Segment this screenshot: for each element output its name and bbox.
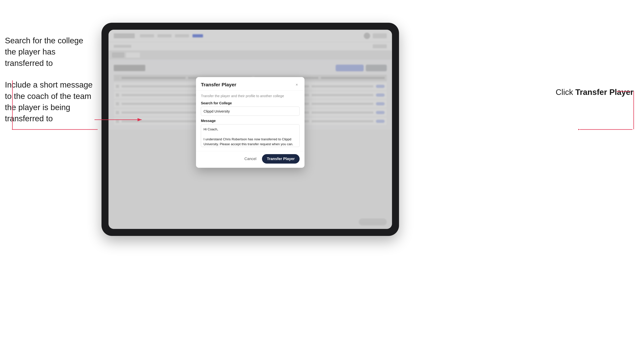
vertical-line-left bbox=[12, 80, 13, 129]
modal-overlay: Transfer Player × Transfer the player an… bbox=[108, 30, 392, 229]
vertical-line-right bbox=[633, 91, 634, 129]
annotation-search-text: Search for the college the player has tr… bbox=[5, 35, 96, 69]
arrow-right-svg bbox=[578, 129, 634, 130]
close-icon: × bbox=[296, 82, 298, 87]
message-textarea[interactable]: Hi Coach,I understand Chris Robertson ha… bbox=[201, 124, 300, 147]
annotation-left: Search for the college the player has tr… bbox=[5, 35, 96, 124]
annotation-transfer-bold: Transfer Player bbox=[576, 88, 634, 97]
message-label: Message bbox=[201, 119, 300, 123]
modal-close-button[interactable]: × bbox=[294, 82, 300, 88]
tablet-device: Transfer Player × Transfer the player an… bbox=[102, 23, 399, 236]
modal-subtitle: Transfer the player and their profile to… bbox=[201, 94, 300, 98]
horizontal-line-right-top bbox=[617, 91, 634, 92]
college-value: Clippd University bbox=[204, 109, 230, 113]
college-label: Search for College bbox=[201, 101, 300, 105]
annotation-message-text: Include a short message to the coach of … bbox=[5, 79, 96, 124]
cancel-button[interactable]: Cancel bbox=[242, 155, 259, 163]
modal-body: Transfer the player and their profile to… bbox=[196, 91, 304, 151]
modal-header: Transfer Player × bbox=[196, 77, 304, 91]
transfer-modal: Transfer Player × Transfer the player an… bbox=[196, 77, 304, 168]
arrow-left-svg bbox=[94, 115, 147, 124]
college-input[interactable]: Clippd University bbox=[201, 107, 300, 116]
annotation-click-text: Click bbox=[556, 88, 575, 97]
horizontal-line-left bbox=[12, 129, 98, 130]
tablet-screen: Transfer Player × Transfer the player an… bbox=[108, 30, 392, 229]
modal-title: Transfer Player bbox=[201, 82, 236, 88]
transfer-player-button[interactable]: Transfer Player bbox=[262, 154, 300, 164]
annotation-right: Click Transfer Player bbox=[556, 87, 634, 97]
modal-footer: Cancel Transfer Player bbox=[196, 151, 304, 168]
